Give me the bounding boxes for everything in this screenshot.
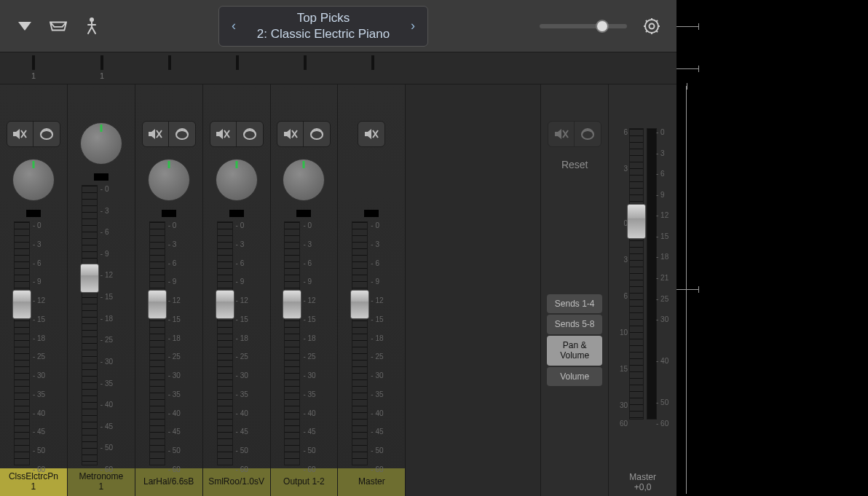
fader-cap[interactable]: [12, 290, 31, 319]
prev-patch-icon[interactable]: ‹: [228, 18, 240, 34]
pan-knob[interactable]: [12, 159, 55, 201]
mode-panel: Reset Sends 1-4Sends 5-8Pan & VolumeVolu…: [541, 84, 609, 496]
ruler-mark: [304, 55, 307, 70]
solo-button[interactable]: [33, 122, 60, 146]
channel-buttons: [7, 121, 60, 147]
channel-buttons: [277, 121, 331, 147]
ruler-mark: [236, 55, 239, 70]
gear-icon[interactable]: [643, 17, 660, 35]
channel-buttons-disabled: [548, 121, 601, 147]
master-volume-slider[interactable]: [540, 24, 627, 28]
master-strip: 6303610153060 - 0- 3- 6- 9- 12- 15- 18- …: [609, 84, 676, 496]
solo-button: [575, 122, 601, 146]
peak-indicator: [229, 210, 244, 217]
next-patch-icon[interactable]: ›: [407, 18, 419, 34]
patch-display[interactable]: ‹ Top Picks 2: Classic Electric Piano ›: [218, 6, 428, 47]
annotation-line: [686, 86, 687, 87]
channel-strip: - 0- 3- 6- 9- 12- 15- 18- 25- 30- 35- 40…: [338, 84, 406, 496]
peak-indicator: [364, 210, 379, 217]
mode-button[interactable]: Sends 5-8: [547, 315, 602, 334]
master-fader[interactable]: [629, 128, 644, 420]
fader[interactable]: [352, 221, 368, 465]
pan-knob[interactable]: [283, 159, 325, 201]
mode-button[interactable]: Sends 1-4: [547, 294, 602, 313]
mixer-gap: [406, 84, 541, 496]
patch-category: Top Picks: [257, 10, 390, 25]
svg-line-8: [656, 31, 658, 32]
annotation-line: [676, 68, 698, 69]
solo-button[interactable]: [237, 122, 263, 146]
fader[interactable]: [284, 221, 300, 465]
channel-strip: - 0- 3- 6- 9- 12- 15- 18- 25- 30- 35- 40…: [271, 84, 339, 496]
fader-scale: - 0- 3- 6- 9- 12- 15- 18- 25- 30- 35- 40…: [100, 185, 121, 465]
fader-cap[interactable]: [80, 264, 99, 293]
pan-knob[interactable]: [80, 122, 122, 165]
fader-cap[interactable]: [350, 290, 369, 319]
master-volume-thumb[interactable]: [596, 20, 609, 33]
channel-strip: - 0- 3- 6- 9- 12- 15- 18- 25- 30- 35- 40…: [203, 84, 271, 496]
mute-button[interactable]: [210, 122, 237, 146]
fader-scale: - 0- 3- 6- 9- 12- 15- 18- 25- 30- 35- 40…: [33, 221, 53, 465]
fader[interactable]: [217, 221, 233, 465]
mute-button[interactable]: [277, 122, 304, 146]
mute-button[interactable]: [7, 122, 33, 146]
pan-knob[interactable]: [216, 159, 258, 201]
fader[interactable]: [14, 221, 30, 465]
peak-indicator: [162, 210, 176, 217]
fader-scale: - 0- 3- 6- 9- 12- 15- 18- 25- 30- 35- 40…: [371, 221, 391, 465]
fader-scale: - 0- 3- 6- 9- 12- 15- 18- 25- 30- 35- 40…: [303, 221, 323, 465]
fader[interactable]: [149, 221, 165, 465]
solo-button[interactable]: [304, 122, 330, 146]
annotation-line: [676, 289, 698, 290]
mode-button[interactable]: Volume: [547, 367, 602, 386]
svg-line-9: [656, 20, 658, 22]
peak-indicator: [296, 210, 311, 217]
pan-knob[interactable]: [148, 159, 190, 201]
marker-ruler[interactable]: 11: [0, 52, 676, 84]
svg-line-7: [646, 20, 647, 22]
fader-scale: - 0- 3- 6- 9- 12- 15- 18- 25- 30- 35- 40…: [168, 221, 189, 465]
annotation-line: [686, 86, 687, 494]
master-fader-cap[interactable]: [627, 204, 646, 239]
master-label: Master+0,0: [609, 468, 676, 496]
ruler-mark: [100, 55, 103, 70]
perform-icon[interactable]: [83, 17, 100, 35]
fader[interactable]: [82, 185, 98, 465]
ruler-label: 1: [31, 71, 36, 80]
menu-dropdown-icon[interactable]: [16, 17, 33, 35]
reset-button[interactable]: Reset: [561, 159, 588, 170]
fader-cap[interactable]: [148, 290, 167, 319]
mute-button[interactable]: [358, 122, 384, 146]
master-meter: [647, 128, 657, 420]
channel-buttons: [358, 121, 385, 147]
peak-indicator: [26, 210, 41, 217]
channel-strip: - 0- 3- 6- 9- 12- 15- 18- 25- 30- 35- 40…: [68, 84, 135, 496]
ruler-mark: [168, 55, 171, 70]
inbox-icon[interactable]: [50, 17, 67, 35]
svg-line-10: [646, 31, 647, 32]
mode-button[interactable]: Pan & Volume: [547, 336, 602, 366]
peak-indicator: [94, 173, 108, 181]
mute-button: [548, 122, 575, 146]
solo-button[interactable]: [169, 122, 195, 146]
patch-name: 2: Classic Electric Piano: [257, 26, 390, 42]
svg-point-2: [650, 23, 655, 28]
ruler-mark: [371, 55, 374, 70]
ruler-label: 1: [100, 71, 104, 80]
channel-buttons: [142, 121, 196, 147]
mute-button[interactable]: [143, 122, 169, 146]
annotation-line: [676, 26, 698, 27]
ruler-mark: [32, 55, 35, 70]
channel-strip: - 0- 3- 6- 9- 12- 15- 18- 25- 30- 35- 40…: [0, 84, 68, 496]
fader-cap[interactable]: [283, 290, 301, 319]
channel-strip: - 0- 3- 6- 9- 12- 15- 18- 25- 30- 35- 40…: [135, 84, 203, 496]
channel-buttons: [210, 121, 264, 147]
fader-cap[interactable]: [216, 290, 234, 319]
fader-scale: - 0- 3- 6- 9- 12- 15- 18- 25- 30- 35- 40…: [236, 221, 256, 465]
